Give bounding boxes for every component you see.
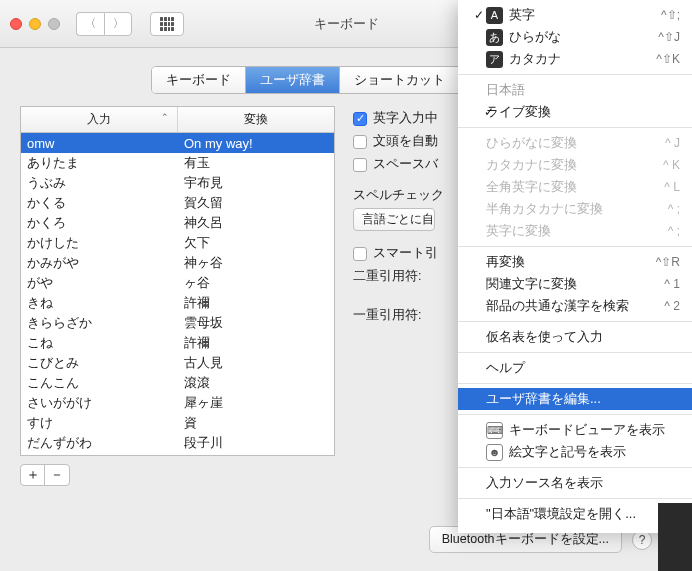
back-button[interactable]: 〈 — [76, 12, 104, 36]
menu-live-conversion[interactable]: ライブ変換 — [486, 103, 680, 121]
table-row[interactable]: こんこん滾滾 — [21, 373, 334, 393]
menu-convert-item: ひらがなに変換^ J — [458, 132, 692, 154]
table-row[interactable]: だんずがわ段子川 — [21, 433, 334, 453]
background-window — [658, 503, 692, 571]
grid-icon — [160, 17, 174, 31]
table-row[interactable]: こね許禰 — [21, 333, 334, 353]
menu-source-item[interactable]: アカタカナ^⇧K — [458, 48, 692, 70]
add-button[interactable]: ＋ — [21, 465, 45, 485]
menu-action-item[interactable]: 再変換^⇧R — [458, 251, 692, 273]
input-menu: ✓A英字^⇧;あひらがな^⇧Jアカタカナ^⇧K 日本語 ✓ライブ変換 ひらがなに… — [458, 0, 692, 533]
zoom-window[interactable] — [48, 18, 60, 30]
menu-convert-item: 半角カタカナに変換^ ; — [458, 198, 692, 220]
menu-show-emoji[interactable]: ☻絵文字と記号を表示 — [458, 441, 692, 463]
menu-convert-item: 全角英字に変換^ L — [458, 176, 692, 198]
table-row[interactable]: かみがや神ヶ谷 — [21, 253, 334, 273]
menu-kana-table[interactable]: 仮名表を使って入力 — [486, 328, 680, 346]
menu-show-keyboard-viewer[interactable]: ⌨キーボードビューアを表示 — [458, 419, 692, 441]
checkbox-space[interactable] — [353, 158, 367, 172]
table-row[interactable]: かけした欠下 — [21, 233, 334, 253]
minimize-window[interactable] — [29, 18, 41, 30]
checkbox-buntou[interactable] — [353, 135, 367, 149]
checkbox-eiji[interactable]: ✓ — [353, 112, 367, 126]
remove-button[interactable]: － — [45, 465, 69, 485]
tab-user-dictionary[interactable]: ユーザ辞書 — [246, 67, 340, 93]
menu-edit-user-dictionary[interactable]: ユーザ辞書を編集... — [458, 388, 692, 410]
table-row[interactable]: きね許禰 — [21, 293, 334, 313]
dictionary-table[interactable]: 入力 変換 omwOn my way!ありたま有玉うぶみ宇布見かくる賀久留かくろ… — [20, 106, 335, 456]
menu-source-item[interactable]: あひらがな^⇧J — [458, 26, 692, 48]
emoji-icon: ☻ — [486, 444, 503, 461]
label-buntou: 文頭を自動 — [373, 133, 438, 150]
menu-help[interactable]: ヘルプ — [486, 359, 680, 377]
table-row[interactable]: すけ資 — [21, 413, 334, 433]
table-row[interactable]: こびとみ古人見 — [21, 353, 334, 373]
menu-action-item[interactable]: 部品の共通な漢字を検索^ 2 — [458, 295, 692, 317]
column-header-input[interactable]: 入力 — [21, 107, 178, 132]
menu-action-item[interactable]: 関連文字に変換^ 1 — [458, 273, 692, 295]
table-row[interactable]: かくる賀久留 — [21, 193, 334, 213]
table-row[interactable]: うぶみ宇布見 — [21, 173, 334, 193]
show-all-button[interactable] — [150, 12, 184, 36]
menu-convert-item: カタカナに変換^ K — [458, 154, 692, 176]
checkbox-smart-quotes[interactable] — [353, 247, 367, 261]
menu-source-item[interactable]: ✓A英字^⇧; — [458, 4, 692, 26]
table-row[interactable]: きららざか雲母坂 — [21, 313, 334, 333]
menu-open-japanese-prefs[interactable]: "日本語"環境設定を開く... — [458, 503, 692, 525]
table-row[interactable]: ありたま有玉 — [21, 153, 334, 173]
menu-show-input-name[interactable]: 入力ソース名を表示 — [458, 472, 692, 494]
spellcheck-select[interactable]: 言語ごとに自 — [353, 208, 435, 231]
table-row[interactable]: omwOn my way! — [21, 133, 334, 153]
keyboard-icon: ⌨ — [486, 422, 503, 439]
forward-button[interactable]: 〉 — [104, 12, 132, 36]
menu-header-japanese: 日本語 — [486, 82, 680, 99]
table-row[interactable]: かくろ神久呂 — [21, 213, 334, 233]
column-header-output[interactable]: 変換 — [178, 107, 334, 132]
table-row[interactable]: がやヶ谷 — [21, 273, 334, 293]
close-window[interactable] — [10, 18, 22, 30]
menu-convert-item: 英字に変換^ ; — [458, 220, 692, 242]
table-row[interactable]: さいががけ犀ヶ崖 — [21, 393, 334, 413]
label-eiji: 英字入力中 — [373, 110, 438, 127]
tab-shortcuts[interactable]: ショートカット — [340, 67, 460, 93]
label-smart-quotes: スマート引 — [373, 245, 438, 262]
label-space: スペースバ — [373, 156, 438, 173]
tab-keyboard[interactable]: キーボード — [152, 67, 246, 93]
